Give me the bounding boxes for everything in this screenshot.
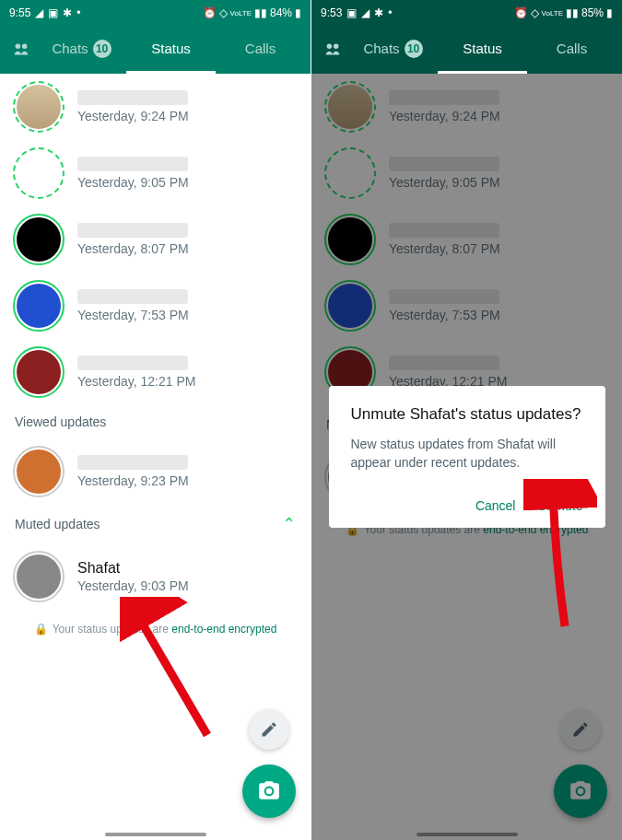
status-item[interactable]: Yesterday, 9:24 PM bbox=[0, 74, 311, 140]
slack-icon: ✱ bbox=[63, 6, 72, 19]
volte-icon: VoLTE bbox=[230, 9, 252, 18]
status-time: Yesterday, 9:23 PM bbox=[77, 473, 298, 488]
status-item[interactable]: ShafatYesterday, 9:03 PM bbox=[0, 543, 311, 610]
status-item[interactable]: Yesterday, 12:21 PM bbox=[0, 339, 311, 405]
status-time: Yesterday, 12:21 PM bbox=[77, 374, 298, 389]
chats-badge: 10 bbox=[93, 40, 111, 58]
alarm-icon: ⏰ bbox=[203, 6, 217, 19]
status-bar: 9:53 ▣◢✱• ⏰◇VoLTE▮▮ 85%▮ bbox=[311, 0, 622, 26]
svg-point-0 bbox=[16, 44, 20, 50]
status-time: Yesterday, 8:07 PM bbox=[77, 241, 298, 256]
wifi-icon: ◇ bbox=[219, 6, 228, 19]
lock-icon: 🔒 bbox=[34, 623, 48, 636]
battery-icon: ▮ bbox=[295, 6, 301, 19]
status-name-redacted bbox=[77, 455, 188, 470]
status-time: Yesterday, 9:05 PM bbox=[77, 175, 298, 190]
nav-pill bbox=[105, 833, 206, 836]
pencil-fab[interactable] bbox=[249, 709, 289, 750]
status-time: Yesterday, 7:53 PM bbox=[77, 308, 298, 322]
avatar bbox=[17, 284, 61, 328]
status-ring bbox=[13, 346, 65, 398]
telegram-icon: ◢ bbox=[35, 6, 43, 19]
status-ring bbox=[13, 280, 65, 332]
avatar bbox=[17, 449, 61, 494]
status-name-redacted bbox=[77, 157, 188, 171]
svg-point-2 bbox=[327, 44, 333, 50]
status-item[interactable]: Yesterday, 8:07 PM bbox=[0, 206, 311, 273]
phone-right: 9:53 ▣◢✱• ⏰◇VoLTE▮▮ 85%▮ Chats10 Status … bbox=[311, 0, 622, 840]
community-icon[interactable] bbox=[317, 40, 348, 60]
dialog-overlay[interactable]: Unmute Shafat's status updates? New stat… bbox=[311, 74, 622, 840]
clock-text: 9:55 bbox=[9, 6, 30, 19]
unmute-dialog: Unmute Shafat's status updates? New stat… bbox=[329, 386, 605, 527]
top-bar: Chats 10 Status Calls bbox=[0, 26, 311, 74]
chevron-up-icon: ⌃ bbox=[282, 514, 296, 534]
muted-header[interactable]: Muted updates ⌃ bbox=[0, 505, 311, 543]
tab-chats[interactable]: Chats10 bbox=[348, 26, 438, 74]
status-item[interactable]: Yesterday, 9:23 PM bbox=[0, 438, 311, 505]
cancel-button[interactable]: Cancel bbox=[475, 498, 516, 513]
status-bar: 9:55 ◢ ▣ ✱ • ⏰ ◇ VoLTE ▮▮ 84% ▮ bbox=[0, 0, 311, 26]
image-icon: ▣ bbox=[48, 6, 58, 19]
tab-calls[interactable]: Calls bbox=[216, 26, 305, 74]
status-ring bbox=[13, 446, 65, 497]
encryption-note: 🔒 Your status updates are end-to-end enc… bbox=[0, 610, 311, 648]
status-time: Yesterday, 9:24 PM bbox=[77, 109, 298, 123]
status-list: Yesterday, 9:24 PM Yesterday, 9:05 PM Ye… bbox=[311, 74, 622, 840]
status-time: Yesterday, 9:03 PM bbox=[77, 578, 298, 593]
status-item[interactable]: Yesterday, 7:53 PM bbox=[0, 273, 311, 339]
signal-icon: ▮▮ bbox=[254, 6, 267, 19]
top-bar: Chats10 Status Calls bbox=[311, 26, 622, 74]
unmute-button[interactable]: Unmute bbox=[537, 498, 582, 513]
avatar bbox=[17, 151, 61, 195]
status-name-redacted bbox=[77, 90, 188, 105]
phone-left: 9:55 ◢ ▣ ✱ • ⏰ ◇ VoLTE ▮▮ 84% ▮ Chats 10… bbox=[0, 0, 311, 840]
status-ring bbox=[13, 81, 65, 133]
battery-text: 84% bbox=[270, 6, 292, 19]
camera-fab[interactable] bbox=[242, 764, 296, 818]
status-ring bbox=[13, 147, 65, 199]
avatar bbox=[17, 350, 61, 394]
encryption-link[interactable]: end-to-end encrypted bbox=[171, 623, 276, 636]
status-ring bbox=[13, 551, 65, 602]
status-list: Yesterday, 9:24 PM Yesterday, 9:05 PM Ye… bbox=[0, 74, 311, 840]
avatar bbox=[17, 554, 61, 599]
dialog-title: Unmute Shafat's status updates? bbox=[351, 404, 583, 425]
community-icon[interactable] bbox=[6, 40, 37, 60]
status-ring bbox=[13, 214, 65, 265]
svg-point-3 bbox=[334, 44, 339, 50]
status-item[interactable]: Yesterday, 9:05 PM bbox=[0, 140, 311, 206]
tab-status[interactable]: Status bbox=[126, 26, 216, 74]
avatar bbox=[17, 217, 61, 262]
tab-calls[interactable]: Calls bbox=[527, 26, 616, 74]
svg-point-1 bbox=[22, 44, 27, 50]
tab-status[interactable]: Status bbox=[438, 26, 527, 74]
avatar bbox=[17, 85, 61, 129]
viewed-header: Viewed updates bbox=[0, 405, 311, 438]
status-name-redacted bbox=[77, 356, 188, 370]
status-name-redacted bbox=[77, 223, 188, 238]
status-name-redacted bbox=[77, 289, 188, 304]
clock-text: 9:53 bbox=[321, 6, 342, 19]
status-name: Shafat bbox=[77, 560, 298, 577]
dialog-body: New status updates from Shafat will appe… bbox=[351, 436, 583, 472]
tab-chats[interactable]: Chats 10 bbox=[37, 26, 126, 74]
